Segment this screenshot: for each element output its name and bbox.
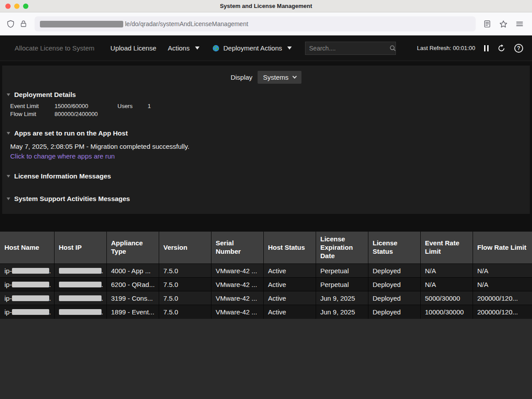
shield-icon[interactable] [6,19,15,28]
collapse-caret-icon [7,198,10,200]
globe-icon [212,44,220,52]
redacted-host-name [12,282,49,287]
cell-flow-rate-limit: N/A [473,264,532,278]
last-refresh-label: Last Refresh: 00:01:00 [417,45,475,51]
table-row[interactable]: ip-. . 4000 - App ... 7.5.0 VMware-42 ..… [0,264,532,278]
table-row[interactable]: ip-. . 6200 - QRad... 7.5.0 VMware-42 ..… [0,278,532,291]
cell-host-status: Active [263,305,316,319]
section-license-messages[interactable]: License Information Messages [7,172,530,180]
cell-license-expiration: Perpetual [316,264,368,278]
cell-flow-rate-limit: 200000/120... [473,291,532,305]
close-window-button[interactable] [5,4,11,9]
pause-refresh-icon[interactable] [484,45,489,51]
window-title: System and License Management [220,3,312,9]
app-toolbar: Allocate License to System Upload Licens… [0,35,532,61]
cell-license-status: Deployed [368,305,420,319]
col-header-host-status[interactable]: Host Status [263,232,316,264]
col-header-flow-rate-limit[interactable]: Flow Rate Limit [473,232,532,264]
help-icon[interactable]: ? [514,44,523,53]
summary-panel: Display Systems Deployment Details Event… [2,66,530,214]
cell-host-status: Active [263,291,316,305]
apps-migration-message: May 7, 2025, 2:08:05 PM - Migration comp… [10,143,530,150]
cell-appliance-type: 6200 - QRad... [106,278,159,291]
cell-host-name: ip-. [0,264,54,278]
col-header-appliance-type[interactable]: Appliance Type [106,232,159,264]
change-apps-location-link[interactable]: Click to change where apps are run [10,152,530,160]
table-header-row: Host Name Host IP Appliance Type Version… [0,232,532,264]
browser-toolbar: le/do/qradar/systemAndLicenseManagement [0,12,532,35]
redacted-host-name [12,295,49,301]
display-select-value: Systems [263,74,289,81]
col-header-license-expiration[interactable]: License Expiration Date [316,232,368,264]
flow-limit-label: Flow Limit [10,111,55,118]
cell-host-name: ip-. [0,278,54,291]
redacted-host-name [12,268,49,274]
redacted-host-name [12,309,49,315]
table-row[interactable]: ip-. . 3199 - Cons... 7.5.0 VMware-42 ..… [0,291,532,305]
url-text: le/do/qradar/systemAndLicenseManagement [125,20,248,27]
cell-serial: VMware-42 ... [211,291,263,305]
cell-serial: VMware-42 ... [211,278,263,291]
cell-host-status: Active [263,264,316,278]
redacted-host-ip [59,282,102,287]
allocate-license-button[interactable]: Allocate License to System [15,44,94,52]
cell-version: 7.5.0 [159,291,211,305]
col-header-host-ip[interactable]: Host IP [54,232,106,264]
table-row[interactable]: ip-. . 1899 - Event... 7.5.0 VMware-42 .… [0,305,532,319]
cell-appliance-type: 4000 - App ... [106,264,159,278]
empty-area [0,319,532,399]
upload-license-button[interactable]: Upload License [110,44,156,52]
section-support-messages[interactable]: System Support Activities Messages [7,195,530,202]
maximize-window-button[interactable] [23,4,28,9]
col-header-license-status[interactable]: License Status [368,232,420,264]
cell-host-status: Active [263,278,316,291]
deployment-actions-menu-button[interactable]: Deployment Actions [212,44,292,52]
section-deployment-details[interactable]: Deployment Details [7,91,530,98]
event-limit-label: Event Limit [10,103,55,110]
deployment-details-grid: Event Limit 15000/60000 Users 1 Flow Lim… [10,103,530,118]
collapse-caret-icon [7,93,10,96]
cell-host-name: ip-. [0,291,54,305]
section-apps[interactable]: Apps are set to run on the App Host [7,129,530,137]
collapse-caret-icon [7,175,10,178]
display-select[interactable]: Systems [258,71,301,84]
cell-license-status: Deployed [368,278,420,291]
search-box [305,42,396,55]
cell-event-rate-limit: N/A [420,278,473,291]
cell-serial: VMware-42 ... [211,264,263,278]
redacted-host-ip [59,309,102,315]
search-icon[interactable] [389,45,396,52]
cell-flow-rate-limit: N/A [473,278,532,291]
search-input[interactable] [309,45,389,52]
reader-view-icon[interactable] [483,19,492,28]
col-header-host-name[interactable]: Host Name [0,232,54,264]
bookmark-star-icon[interactable] [499,19,508,29]
section-title: License Information Messages [14,172,111,180]
cell-version: 7.5.0 [159,264,211,278]
redacted-host-ip [59,295,102,301]
section-title: Apps are set to run on the App Host [14,129,128,137]
section-title: System Support Activities Messages [14,195,130,202]
col-header-event-rate-limit[interactable]: Event Rate Limit [420,232,473,264]
redacted-host-ip [59,268,102,274]
users-label: Users [117,103,148,110]
cell-appliance-type: 1899 - Event... [106,305,159,319]
cell-serial: VMware-42 ... [211,305,263,319]
cell-version: 7.5.0 [159,305,211,319]
cell-license-expiration: Jun 9, 2025 [316,291,368,305]
cell-license-expiration: Jun 9, 2025 [316,305,368,319]
minimize-window-button[interactable] [14,4,20,9]
actions-menu-button[interactable]: Actions [168,44,200,52]
users-value: 1 [148,103,530,110]
flow-limit-value: 800000/2400000 [55,111,117,118]
menu-hamburger-icon[interactable] [515,19,524,28]
deployment-actions-label: Deployment Actions [223,44,282,52]
url-bar[interactable]: le/do/qradar/systemAndLicenseManagement [35,16,476,31]
lock-icon[interactable] [20,20,27,28]
cell-license-status: Deployed [368,264,420,278]
col-header-version[interactable]: Version [159,232,211,264]
col-header-serial-number[interactable]: Serial Number [211,232,263,264]
refresh-icon[interactable] [497,44,505,52]
cell-event-rate-limit: 5000/30000 [420,291,473,305]
chevron-down-icon [292,74,297,79]
